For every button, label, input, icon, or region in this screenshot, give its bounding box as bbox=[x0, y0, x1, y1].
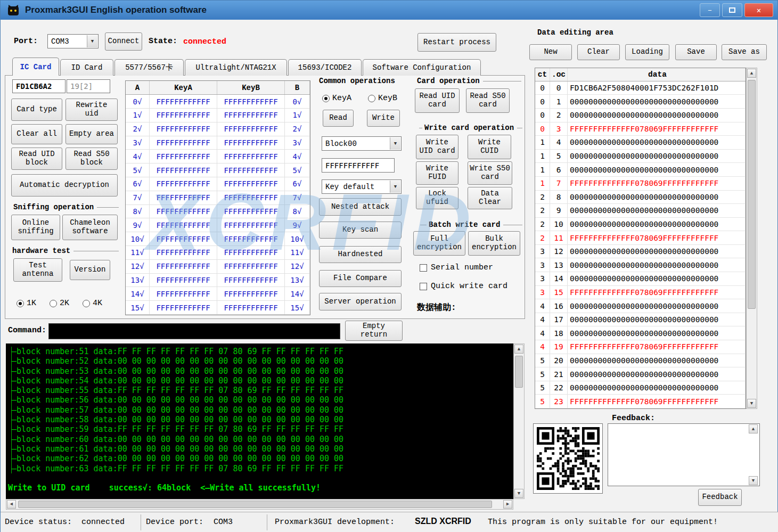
block-number-cell[interactable]: 3 bbox=[550, 122, 568, 136]
sector-number-cell[interactable]: 1 bbox=[535, 163, 550, 176]
block-index-b[interactable]: 5√ bbox=[285, 163, 310, 177]
data-table-row[interactable]: 2800000000000000000000000000000000 bbox=[535, 191, 746, 204]
data-table-row[interactable]: 31400000000000000000000000000000000 bbox=[535, 272, 746, 286]
keyb-value[interactable]: FFFFFFFFFFFF bbox=[217, 205, 285, 218]
block-index-b[interactable]: 6√ bbox=[285, 177, 310, 191]
keyb-value[interactable]: FFFFFFFFFFFF bbox=[217, 287, 285, 300]
block-index-a[interactable]: 3√ bbox=[126, 136, 150, 150]
full-encryption-button[interactable]: Full encryption bbox=[413, 231, 465, 256]
block-data-cell[interactable]: 00000000000000000000000000000000 bbox=[568, 272, 746, 285]
keya-value[interactable]: FFFFFFFFFFFF bbox=[150, 150, 217, 163]
block-number-cell[interactable]: 1 bbox=[550, 95, 568, 108]
block-index-a[interactable]: 0√ bbox=[126, 95, 150, 108]
scroll-down-icon[interactable]: ▼ bbox=[747, 399, 756, 408]
terminal-vertical-scrollbar[interactable]: ▲ ▼ bbox=[513, 343, 525, 499]
keya-value[interactable]: FFFFFFFFFFFF bbox=[150, 218, 217, 232]
keya-value[interactable]: FFFFFFFFFFFF bbox=[150, 191, 217, 204]
test-antenna-button[interactable]: Test antenna bbox=[13, 258, 62, 282]
sector-number-cell[interactable]: 2 bbox=[535, 204, 550, 217]
sector-number-cell[interactable]: 5 bbox=[535, 354, 550, 367]
block-index-b[interactable]: 3√ bbox=[285, 136, 310, 150]
keyb-value[interactable]: FFFFFFFFFFFF bbox=[217, 191, 285, 204]
key-table-row[interactable]: 14√FFFFFFFFFFFFFFFFFFFFFFFF14√ bbox=[126, 287, 310, 301]
block-number-cell[interactable]: 8 bbox=[550, 191, 568, 204]
terminal-output[interactable]: —block number:51 data:FF FF FF FF FF FF … bbox=[6, 343, 513, 499]
sector-number-cell[interactable]: 3 bbox=[535, 258, 550, 272]
read-button[interactable]: Read bbox=[323, 110, 354, 127]
data-table-row[interactable]: 41800000000000000000000000000000000 bbox=[535, 326, 746, 340]
sector-number-cell[interactable]: 4 bbox=[535, 326, 550, 340]
keya-value[interactable]: FFFFFFFFFFFF bbox=[150, 287, 217, 300]
feedback-textarea[interactable] bbox=[608, 423, 760, 486]
block-data-cell[interactable]: FFFFFFFFFFFFFF078069FFFFFFFFFFFF bbox=[568, 340, 746, 354]
key-table-row[interactable]: 6√FFFFFFFFFFFFFFFFFFFFFFFF6√ bbox=[126, 177, 310, 191]
key-table-row[interactable]: 4√FFFFFFFFFFFFFFFFFFFFFFFF4√ bbox=[126, 150, 310, 163]
key-table-row[interactable]: 1√FFFFFFFFFFFFFFFFFFFFFFFF1√ bbox=[126, 109, 310, 122]
block-number-cell[interactable]: 7 bbox=[550, 177, 568, 190]
tab-software-configuration[interactable]: Software Configuration bbox=[363, 59, 481, 76]
key-mode-select[interactable]: Key default ▼ bbox=[322, 179, 402, 194]
block-index-b[interactable]: 11√ bbox=[285, 246, 310, 259]
version-button[interactable]: Version bbox=[70, 260, 110, 280]
block-number-cell[interactable]: 22 bbox=[550, 381, 568, 395]
card-info-field[interactable]: 19[2] bbox=[67, 79, 110, 93]
rewrite-uid-button[interactable]: Rewrite uid bbox=[65, 99, 118, 121]
block-index-a[interactable]: 9√ bbox=[126, 218, 150, 232]
sector-number-cell[interactable]: 4 bbox=[535, 340, 550, 354]
block-data-cell[interactable]: FD1CB6A2F508040001F753DC262F101D bbox=[568, 81, 746, 95]
block-data-cell[interactable]: 00000000000000000000000000000000 bbox=[568, 354, 746, 367]
data-table-row[interactable]: 211FFFFFFFFFFFFFF078069FFFFFFFFFFFF bbox=[535, 231, 746, 245]
empty-area-button[interactable]: Empty area bbox=[65, 124, 118, 144]
block-index-a[interactable]: 7√ bbox=[126, 191, 150, 204]
block-number-cell[interactable]: 2 bbox=[550, 109, 568, 122]
block-index-a[interactable]: 15√ bbox=[126, 301, 150, 314]
block-data-cell[interactable]: 00000000000000000000000000000000 bbox=[568, 218, 746, 231]
chameleon-software-button[interactable]: Chameleon software bbox=[62, 215, 118, 240]
tab-icode[interactable]: 15693/ICODE2 bbox=[288, 59, 362, 76]
scrollbar-thumb[interactable] bbox=[18, 501, 492, 508]
tab-5577[interactable]: 5577/5567卡 bbox=[114, 59, 184, 76]
block-data-cell[interactable]: 00000000000000000000000000000000 bbox=[568, 367, 746, 381]
connect-button[interactable]: Connect bbox=[105, 32, 142, 51]
block-index-a[interactable]: 1√ bbox=[126, 109, 150, 122]
data-table-row[interactable]: 52200000000000000000000000000000000 bbox=[535, 381, 746, 395]
block-data-cell[interactable]: 00000000000000000000000000000000 bbox=[568, 204, 746, 217]
block-number-cell[interactable]: 11 bbox=[550, 231, 568, 244]
close-button[interactable]: ✕ bbox=[744, 3, 773, 17]
tab-ultralight[interactable]: Ultralight/NTAG21X bbox=[185, 59, 287, 76]
keya-value[interactable]: FFFFFFFFFFFF bbox=[150, 95, 217, 108]
scroll-right-icon[interactable]: ► bbox=[503, 500, 512, 509]
block-number-cell[interactable]: 9 bbox=[550, 204, 568, 217]
read-s50-card-button[interactable]: Read S50 card bbox=[466, 88, 510, 113]
sector-number-cell[interactable]: 4 bbox=[535, 313, 550, 326]
keya-value[interactable]: FFFFFFFFFFFF bbox=[150, 136, 217, 150]
block-number-cell[interactable]: 13 bbox=[550, 258, 568, 272]
tab-id-card[interactable]: ID Card bbox=[60, 59, 113, 76]
write-fuid-button[interactable]: Write FUID bbox=[416, 161, 458, 185]
loading-button[interactable]: Loading bbox=[625, 44, 669, 60]
sector-number-cell[interactable]: 4 bbox=[535, 299, 550, 313]
nested-attack-button[interactable]: Nested attack bbox=[319, 198, 402, 216]
clear-button[interactable]: Clear bbox=[577, 44, 620, 60]
key-table-row[interactable]: 12√FFFFFFFFFFFFFFFFFFFFFFFF12√ bbox=[126, 260, 310, 274]
block-number-cell[interactable]: 17 bbox=[550, 313, 568, 326]
key-table-row[interactable]: 11√FFFFFFFFFFFFFFFFFFFFFFFF11√ bbox=[126, 246, 310, 260]
save-button[interactable]: Save bbox=[675, 44, 717, 60]
block-data-cell[interactable]: 00000000000000000000000000000000 bbox=[568, 109, 746, 122]
data-table-row[interactable]: 523FFFFFFFFFFFFFF078069FFFFFFFFFFFF bbox=[535, 395, 746, 408]
sector-number-cell[interactable]: 5 bbox=[535, 395, 550, 408]
bulk-encryption-button[interactable]: Bulk encryption bbox=[468, 231, 520, 256]
key-table-row[interactable]: 3√FFFFFFFFFFFFFFFFFFFFFFFF3√ bbox=[126, 136, 310, 150]
scrollbar-thumb[interactable] bbox=[748, 80, 756, 309]
block-index-b[interactable]: 14√ bbox=[285, 287, 310, 300]
data-table-row[interactable]: 2900000000000000000000000000000000 bbox=[535, 204, 746, 218]
feedback-scrollbar[interactable]: ▲ ▼ bbox=[748, 424, 759, 486]
sector-number-cell[interactable]: 3 bbox=[535, 272, 550, 285]
keya-value[interactable]: FFFFFFFFFFFF bbox=[150, 246, 217, 259]
online-sniffing-button[interactable]: Online sniffing bbox=[11, 215, 60, 240]
block-number-cell[interactable]: 12 bbox=[550, 245, 568, 258]
block-data-cell[interactable]: FFFFFFFFFFFFFF078069FFFFFFFFFFFF bbox=[568, 286, 746, 299]
key-table-row[interactable]: 15√FFFFFFFFFFFFFFFFFFFFFFFF15√ bbox=[126, 301, 310, 315]
card-uid-field[interactable]: FD1CB6A2 bbox=[12, 79, 65, 93]
data-table-row[interactable]: 1500000000000000000000000000000000 bbox=[535, 150, 746, 163]
